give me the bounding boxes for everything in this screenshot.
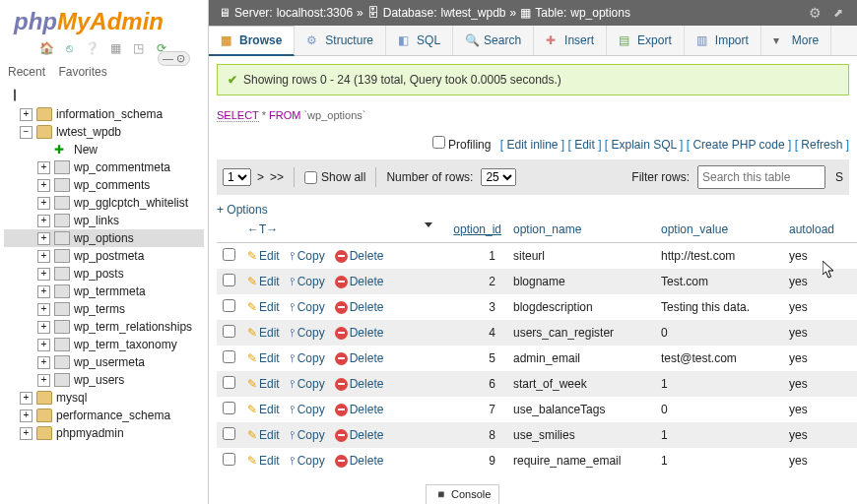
tree-label[interactable]: wp_term_relationships [74,320,192,334]
delete-row-link[interactable]: Delete [335,454,384,468]
tab-structure[interactable]: ⚙Structure [295,26,386,55]
tab-favorites[interactable]: Favorites [58,65,106,79]
table-value[interactable]: wp_options [570,6,630,20]
edit-row-link[interactable]: ✎Edit [247,428,280,442]
tree-label[interactable]: wp_links [74,214,119,227]
profiling-label[interactable]: Profiling [448,138,491,152]
expand-icon[interactable]: + [20,410,33,422]
console-toggle[interactable]: ◾ Console [426,484,499,504]
tree-label[interactable]: wp_gglcptch_whitelist [74,196,188,210]
tree-item-root[interactable]: ┃ [4,89,204,105]
tree-item-New[interactable]: ✚New [4,141,204,158]
delete-row-link[interactable]: Delete [335,428,384,442]
cell-option-id[interactable]: 9 [438,448,507,473]
tab-sql[interactable]: ◧SQL [386,26,453,55]
cell-autoload[interactable]: yes [783,269,857,294]
refresh-link[interactable]: Refresh [801,138,842,152]
row-checkbox[interactable] [223,274,235,286]
tab-import[interactable]: ▥Import [685,26,761,55]
tree-item-wp_gglcptch_whitelist[interactable]: +wp_gglcptch_whitelist [4,194,204,212]
tree-label[interactable]: mysql [56,391,87,405]
cell-option-name[interactable]: use_balanceTags [507,397,655,422]
tree-item-wp_term_taxonomy[interactable]: +wp_term_taxonomy [4,336,204,353]
row-checkbox[interactable] [223,427,235,440]
delete-row-link[interactable]: Delete [335,249,384,263]
expand-icon[interactable]: + [37,374,50,387]
page-select[interactable]: 1 [223,168,251,186]
tree-item-mysql[interactable]: +mysql [4,389,204,407]
cell-autoload[interactable]: yes [783,397,857,422]
tree-label[interactable]: information_schema [56,107,163,121]
cell-option-name[interactable]: require_name_email [507,448,655,473]
expand-icon[interactable]: + [37,321,50,334]
cell-autoload[interactable]: yes [783,243,857,270]
tree-item-phpmyadmin[interactable]: +phpmyadmin [4,424,204,442]
tab-insert[interactable]: ✚Insert [534,26,607,55]
expand-icon[interactable]: + [37,161,50,174]
next-page-button[interactable]: > [257,170,264,184]
tab-browse[interactable]: ▦Browse [209,26,295,56]
cell-option-id[interactable]: 5 [438,346,507,371]
copy-row-link[interactable]: ⫯Copy [290,326,325,340]
tree-item-lwtest_wpdb[interactable]: −lwtest_wpdb [4,123,204,141]
edit-row-link[interactable]: ✎Edit [247,351,280,365]
tree-item-wp_termmeta[interactable]: +wp_termmeta [4,283,204,300]
tree-item-wp_links[interactable]: +wp_links [4,212,204,229]
row-checkbox[interactable] [223,248,235,261]
tree-label[interactable]: performance_schema [56,409,170,422]
tree-label[interactable]: wp_commentmeta [74,160,170,174]
tree-label[interactable]: phpmyadmin [56,426,124,440]
cell-option-id[interactable]: 3 [438,294,507,320]
tree-label[interactable]: wp_usermeta [74,355,145,369]
row-checkbox[interactable] [223,376,235,389]
server-value[interactable]: localhost:3306 [277,6,353,20]
cell-option-value[interactable]: Test.com [655,269,783,294]
tree-label[interactable]: wp_postmeta [74,249,144,263]
delete-row-link[interactable]: Delete [335,275,384,288]
cell-option-value[interactable]: 1 [655,422,783,448]
tree-item-wp_users[interactable]: +wp_users [4,371,204,389]
tab-search[interactable]: 🔍Search [453,26,534,55]
reload-icon[interactable]: ⟳ [154,41,169,57]
tab-export[interactable]: ▤Export [607,26,685,55]
col-autoload[interactable]: autoload [783,217,857,243]
profiling-checkbox[interactable] [432,136,445,149]
cell-autoload[interactable]: yes [783,294,857,320]
edit-inline-link[interactable]: Edit inline [506,138,558,152]
expand-icon[interactable]: + [37,268,50,281]
expand-icon[interactable]: + [37,197,50,210]
create-php-link[interactable]: Create PHP code [692,138,784,152]
row-checkbox[interactable] [223,350,235,363]
expand-icon[interactable]: + [20,392,33,405]
cell-option-value[interactable]: 0 [655,397,783,422]
delete-row-link[interactable]: Delete [335,300,384,314]
col-option-id[interactable]: option_id [438,217,507,243]
explain-sql-link[interactable]: Explain SQL [612,138,677,152]
copy-row-link[interactable]: ⫯Copy [290,377,325,391]
copy-row-link[interactable]: ⫯Copy [290,454,325,468]
cell-option-id[interactable]: 4 [438,320,507,346]
edit-row-link[interactable]: ✎Edit [247,454,280,468]
home-icon[interactable]: 🏠 [38,41,54,57]
edit-row-link[interactable]: ✎Edit [247,249,280,263]
cell-option-id[interactable]: 7 [438,397,507,422]
tree-item-information_schema[interactable]: +information_schema [4,105,204,123]
cell-autoload[interactable]: yes [783,422,857,448]
tree-label[interactable]: wp_terms [74,302,125,316]
cell-option-name[interactable]: users_can_register [507,320,655,346]
tree-label[interactable]: New [74,143,98,157]
edit-row-link[interactable]: ✎Edit [247,300,280,314]
expand-icon[interactable]: + [37,356,50,369]
options-toggle[interactable]: + Options [217,203,849,217]
tree-item-wp_term_relationships[interactable]: +wp_term_relationships [4,318,204,336]
chevron-down-icon[interactable] [425,222,432,227]
tree-item-wp_commentmeta[interactable]: +wp_commentmeta [4,158,204,176]
cell-option-value[interactable]: test@test.com [655,346,783,371]
expand-icon[interactable]: + [20,108,33,121]
show-all-checkbox[interactable] [304,171,317,184]
num-rows-select[interactable]: 25 [481,168,516,186]
edit-row-link[interactable]: ✎Edit [247,403,280,416]
copy-row-link[interactable]: ⫯Copy [290,300,325,314]
edit-row-link[interactable]: ✎Edit [247,275,280,288]
row-checkbox[interactable] [223,299,235,312]
